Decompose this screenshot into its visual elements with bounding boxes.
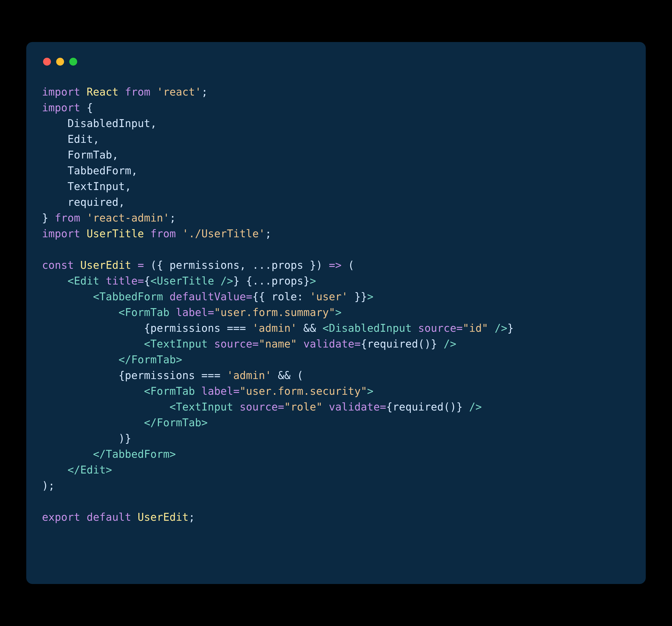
token-brace: } — [233, 275, 240, 287]
token-tag-name: UserTitle — [157, 275, 214, 287]
token-expr: {{ role: — [252, 291, 310, 303]
token-attr: source — [214, 338, 253, 350]
token-space — [163, 291, 169, 303]
token-keyword: from — [55, 212, 80, 224]
token-tag-bracket: < — [322, 322, 329, 334]
token-string: "user.form.security" — [240, 385, 367, 397]
token-text: required, — [42, 196, 125, 208]
zoom-icon[interactable] — [69, 58, 77, 66]
token-tag-name: TabbedForm — [99, 291, 163, 303]
token-indent — [42, 448, 93, 460]
token-attr: validate — [329, 401, 380, 413]
token-expr: permissions === — [125, 369, 227, 381]
token-tag-bracket: < — [144, 338, 150, 350]
token-keyword: default — [87, 511, 131, 523]
token-expr: permissions === — [150, 322, 253, 334]
token-eq: = — [138, 275, 144, 287]
token-space — [195, 385, 201, 397]
token-keyword: import — [42, 227, 80, 240]
token-space — [170, 306, 176, 318]
token-tag-bracket: /> — [463, 401, 482, 413]
token-tag-bracket: </ — [93, 448, 106, 460]
token-text: )} — [42, 432, 131, 444]
token-string: 'admin' — [227, 369, 271, 381]
minimize-icon[interactable] — [56, 58, 64, 66]
token-tag-bracket: < — [93, 291, 99, 303]
token-tag-bracket: < — [68, 275, 74, 287]
token-attr: label — [201, 385, 233, 397]
token-punct: ; — [201, 86, 208, 98]
token-punct: { — [80, 102, 93, 114]
token-brace: { — [144, 275, 150, 287]
code-window: import React from 'react'; import { Disa… — [26, 42, 646, 584]
token-operator: => — [322, 259, 348, 271]
token-string: 'admin' — [252, 322, 297, 334]
token-indent — [42, 464, 68, 476]
token-string: 'user' — [310, 291, 348, 303]
token-identifier: UserEdit — [80, 259, 131, 271]
token-indent — [42, 306, 118, 318]
token-text: DisabledInput, — [42, 117, 157, 129]
token-tag-bracket: > — [170, 448, 176, 460]
token-eq: = — [456, 322, 462, 334]
token-tag-name: FormTab — [157, 416, 201, 429]
token-identifier: React — [87, 86, 118, 98]
window-traffic-lights — [42, 58, 630, 66]
token-tag-bracket: > — [367, 385, 373, 397]
token-tag-bracket: > — [176, 354, 182, 366]
token-attr: title — [106, 275, 138, 287]
token-tag-bracket: </ — [118, 354, 131, 366]
token-string: "role" — [284, 401, 322, 413]
token-eq: = — [208, 306, 214, 318]
token-keyword: from — [125, 86, 150, 98]
token-space — [233, 401, 239, 413]
token-space — [240, 275, 246, 287]
token-tag-bracket: /> — [488, 322, 507, 334]
token-eq: = — [380, 401, 386, 413]
token-string: "name" — [259, 338, 297, 350]
token-punct: ; — [170, 212, 176, 224]
token-tag-name: FormTab — [131, 354, 176, 366]
close-icon[interactable] — [43, 58, 51, 66]
token-tag-name: FormTab — [150, 385, 195, 397]
token-keyword: import — [42, 86, 80, 98]
token-indent — [42, 416, 144, 429]
token-indent — [42, 291, 93, 303]
token-space — [322, 401, 329, 413]
token-expr: }} — [348, 291, 367, 303]
token-indent — [42, 369, 118, 381]
token-space — [99, 275, 106, 287]
token-brace: } — [507, 322, 514, 334]
token-operator: && — [297, 322, 322, 334]
token-tag-name: Edit — [80, 464, 106, 476]
token-string: "user.form.summary" — [214, 306, 335, 318]
token-tag-bracket: < — [170, 401, 176, 413]
token-string: 'react-admin' — [87, 212, 170, 224]
code-block: import React from 'react'; import { Disa… — [42, 84, 630, 525]
token-tag-name: TextInput — [176, 401, 233, 413]
token-tag-bracket: /> — [214, 275, 233, 287]
token-attr: validate — [304, 338, 354, 350]
token-tag-name: FormTab — [125, 306, 170, 318]
token-tag-bracket: < — [150, 275, 157, 287]
token-tag-bracket: > — [367, 291, 373, 303]
token-attr: source — [240, 401, 278, 413]
token-keyword: export — [42, 511, 80, 523]
token-attr: label — [176, 306, 208, 318]
token-text: Edit, — [42, 133, 99, 145]
token-string: './UserTitle' — [182, 227, 265, 240]
token-expr: {required()} — [361, 338, 437, 350]
token-tag-bracket: < — [144, 385, 150, 397]
token-attr: defaultValue — [170, 291, 246, 303]
token-punct: ; — [265, 227, 271, 240]
token-tag-bracket: > — [201, 416, 208, 429]
token-eq: = — [354, 338, 361, 350]
token-tag-bracket: < — [118, 306, 125, 318]
token-identifier: UserEdit — [138, 511, 189, 523]
token-text: ); — [42, 480, 55, 491]
token-space — [297, 338, 303, 350]
token-operator: && ( — [271, 369, 303, 381]
token-string: "id" — [463, 322, 488, 334]
token-eq: = — [278, 401, 284, 413]
token-text: FormTab, — [42, 149, 118, 161]
